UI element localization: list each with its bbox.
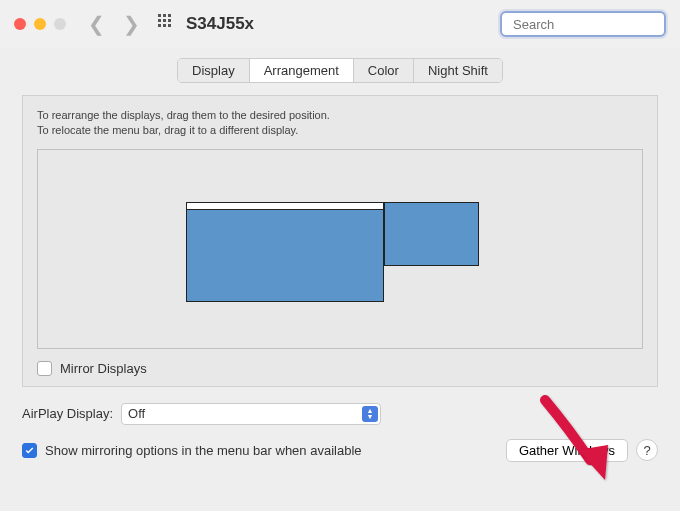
airplay-value: Off bbox=[128, 406, 145, 421]
svg-rect-4 bbox=[163, 19, 166, 22]
svg-rect-2 bbox=[168, 14, 171, 17]
back-button[interactable]: ❮ bbox=[88, 12, 105, 36]
nav-buttons: ❮ ❯ bbox=[88, 12, 140, 36]
tab-night-shift[interactable]: Night Shift bbox=[414, 59, 502, 82]
display-secondary[interactable] bbox=[384, 202, 479, 266]
show-mirroring-label: Show mirroring options in the menu bar w… bbox=[45, 443, 362, 458]
instructions-line1: To rearrange the displays, drag them to … bbox=[37, 108, 643, 123]
tab-arrangement[interactable]: Arrangement bbox=[250, 59, 354, 82]
window-title: S34J55x bbox=[186, 14, 254, 34]
minimize-window-button[interactable] bbox=[34, 18, 46, 30]
svg-rect-7 bbox=[163, 24, 166, 27]
zoom-window-button[interactable] bbox=[54, 18, 66, 30]
display-primary[interactable] bbox=[186, 202, 384, 302]
close-window-button[interactable] bbox=[14, 18, 26, 30]
display-arrangement-canvas[interactable] bbox=[37, 149, 643, 349]
svg-rect-0 bbox=[158, 14, 161, 17]
svg-rect-3 bbox=[158, 19, 161, 22]
arrangement-pane: To rearrange the displays, drag them to … bbox=[22, 95, 658, 387]
show-mirroring-checkbox[interactable] bbox=[22, 443, 37, 458]
help-button[interactable]: ? bbox=[636, 439, 658, 461]
tab-color[interactable]: Color bbox=[354, 59, 414, 82]
svg-rect-5 bbox=[168, 19, 171, 22]
show-all-icon[interactable] bbox=[158, 14, 174, 34]
mirror-displays-label: Mirror Displays bbox=[60, 361, 147, 376]
forward-button[interactable]: ❯ bbox=[123, 12, 140, 36]
window-titlebar: ❮ ❯ S34J55x bbox=[0, 0, 680, 48]
mirror-displays-checkbox[interactable] bbox=[37, 361, 52, 376]
window-controls bbox=[14, 18, 66, 30]
airplay-label: AirPlay Display: bbox=[22, 406, 113, 421]
search-input[interactable] bbox=[513, 17, 680, 32]
tab-bar: Display Arrangement Color Night Shift bbox=[22, 58, 658, 83]
search-field[interactable] bbox=[500, 11, 666, 37]
svg-rect-6 bbox=[158, 24, 161, 27]
tab-display[interactable]: Display bbox=[178, 59, 250, 82]
svg-rect-1 bbox=[163, 14, 166, 17]
airplay-select[interactable]: Off ▲▼ bbox=[121, 403, 381, 425]
svg-rect-8 bbox=[168, 24, 171, 27]
select-stepper-icon: ▲▼ bbox=[362, 406, 378, 422]
instructions-line2: To relocate the menu bar, drag it to a d… bbox=[37, 123, 643, 138]
gather-windows-button[interactable]: Gather Windows bbox=[506, 439, 628, 462]
